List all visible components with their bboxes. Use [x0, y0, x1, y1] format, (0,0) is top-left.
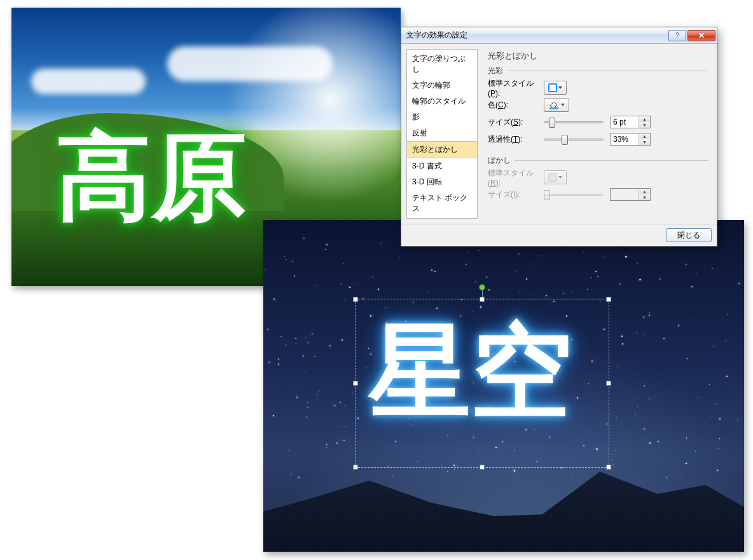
glow-size-slider[interactable] [544, 116, 604, 128]
settings-panel: 光彩とぼかし 光彩 標準スタイル(P): [481, 49, 712, 219]
glow-preset-dropdown[interactable] [544, 81, 567, 95]
nav-item-fill[interactable]: 文字の塗りつぶし [407, 51, 477, 78]
nav-item-outline-style[interactable]: 輪郭のスタイル [407, 93, 477, 109]
nav-item-3d-format[interactable]: 3-D 書式 [407, 158, 477, 174]
glow-size-input[interactable]: ▲▼ [610, 116, 651, 128]
spin-down-icon: ▼ [639, 195, 650, 200]
caret-down-icon [558, 176, 562, 179]
resize-handle[interactable] [480, 297, 485, 302]
glow-preset-label: 標準スタイル(P): [488, 78, 544, 98]
glow-trans-field[interactable] [611, 133, 639, 145]
blur-group: ぼかし 標準スタイル(R): サイズ(I): [488, 155, 708, 204]
help-button[interactable]: ? [668, 30, 686, 41]
dialog-titlebar[interactable]: 文字の効果の設定 ? ✕ [401, 27, 717, 44]
nav-item-outline[interactable]: 文字の輪郭 [407, 78, 477, 93]
svg-rect-0 [549, 107, 558, 109]
spin-down-icon[interactable]: ▼ [639, 122, 650, 128]
resize-handle[interactable] [353, 465, 358, 470]
glow-trans-slider[interactable] [544, 133, 604, 145]
caret-down-icon [558, 86, 562, 89]
blur-preset-swatch-icon [548, 173, 557, 182]
resize-handle[interactable] [480, 465, 485, 470]
blur-preset-label: 標準スタイル(R): [488, 168, 544, 188]
blur-size-slider [544, 189, 604, 200]
nav-item-textbox[interactable]: テキスト ボックス [407, 190, 477, 217]
nav-item-glow[interactable]: 光彩とぼかし [407, 141, 477, 158]
caret-down-icon [561, 104, 565, 106]
glow-color-label: 色(C): [488, 100, 544, 111]
dialog-footer: 閉じる [401, 224, 717, 246]
mountain-shape [263, 463, 744, 552]
paint-bucket-icon [549, 100, 559, 109]
blur-size-label: サイズ(I): [488, 189, 544, 200]
resize-handle[interactable] [353, 381, 358, 386]
resize-handle[interactable] [606, 297, 611, 302]
panel-heading: 光彩とぼかし [488, 50, 708, 62]
text-effects-dialog: 文字の効果の設定 ? ✕ 文字の塗りつぶし 文字の輪郭 輪郭のスタイル 影 反射… [401, 27, 717, 247]
close-button[interactable]: 閉じる [666, 228, 712, 242]
spin-up-icon[interactable]: ▲ [639, 133, 650, 139]
dialog-title: 文字の効果の設定 [406, 30, 667, 41]
glow-group: 光彩 標準スタイル(P): 色(C): [488, 65, 708, 149]
resize-handle[interactable] [606, 381, 611, 386]
glow-trans-label: 透過性(T): [488, 134, 544, 145]
blur-size-input: ▲▼ [610, 188, 651, 201]
blur-preset-dropdown[interactable] [544, 170, 567, 184]
nav-item-reflection[interactable]: 反射 [407, 125, 477, 141]
blur-legend: ぼかし [488, 155, 511, 166]
spin-up-icon[interactable]: ▲ [639, 116, 650, 122]
textbox-selection[interactable] [355, 299, 609, 468]
glow-trans-input[interactable]: ▲▼ [610, 133, 651, 146]
glow-size-field[interactable] [611, 116, 639, 128]
spin-up-icon: ▲ [639, 189, 650, 195]
overlay-text-highland: 高原 [56, 114, 247, 243]
resize-handle[interactable] [606, 465, 611, 470]
resize-handle[interactable] [353, 297, 358, 302]
category-list: 文字の塗りつぶし 文字の輪郭 輪郭のスタイル 影 反射 光彩とぼかし 3-D 書… [406, 49, 478, 219]
glow-size-label: サイズ(S): [488, 117, 544, 128]
spin-down-icon[interactable]: ▼ [639, 139, 650, 145]
glow-legend: 光彩 [488, 65, 503, 76]
nav-item-shadow[interactable]: 影 [407, 109, 477, 125]
glow-preset-swatch-icon [548, 83, 557, 92]
nav-item-3d-rotation[interactable]: 3-D 回転 [407, 174, 477, 190]
blur-size-field [611, 189, 639, 200]
close-window-button[interactable]: ✕ [687, 30, 715, 41]
glow-color-dropdown[interactable] [544, 98, 569, 112]
rotate-handle[interactable] [479, 284, 485, 290]
